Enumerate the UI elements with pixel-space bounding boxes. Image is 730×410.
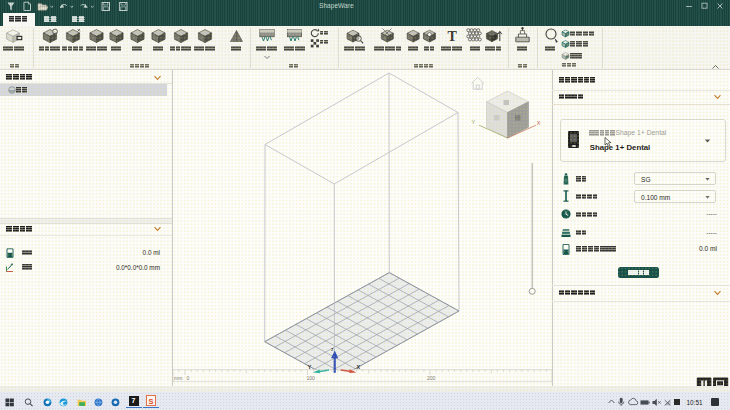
svg-text:mm: mm (174, 375, 182, 381)
svg-text:Y: Y (472, 119, 476, 125)
svg-text:100: 100 (307, 375, 316, 381)
svg-text:200: 200 (427, 375, 436, 381)
svg-text:Y: Y (308, 364, 312, 370)
svg-text:X: X (357, 364, 361, 370)
svg-text:0: 0 (187, 375, 190, 381)
svg-text:T: T (448, 29, 458, 44)
svg-text:X: X (537, 120, 541, 126)
